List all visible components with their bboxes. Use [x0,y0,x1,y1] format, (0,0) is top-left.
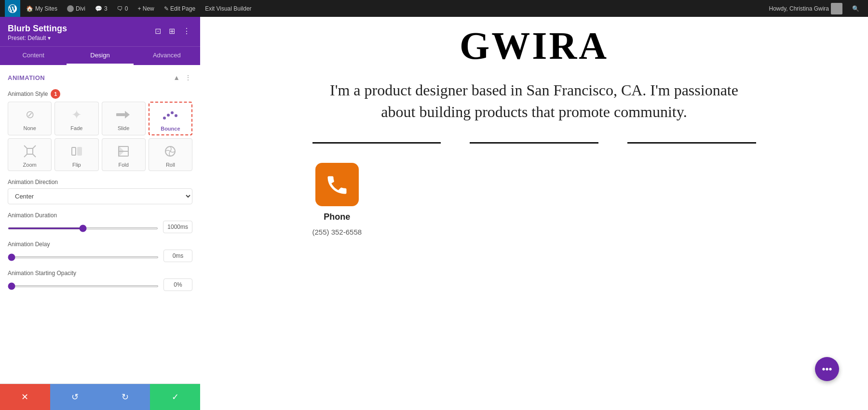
panel-tabs: Content Design Advanced [0,46,200,65]
redo-button[interactable]: ↻ [100,384,150,410]
animation-opacity-label: Animation Starting Opacity [8,270,192,277]
cancel-button[interactable]: ✕ [0,384,50,410]
style-item-bounce[interactable]: Bounce [149,102,192,135]
panel-fullscreen-button[interactable]: ⊡ [153,26,163,37]
style-item-zoom[interactable]: Zoom [8,138,52,171]
admin-bar-edit-page[interactable]: ✎ Edit Page [160,0,199,17]
animation-opacity-slider-wrap [8,280,159,289]
svg-line-9 [24,154,27,157]
tab-design[interactable]: Design [67,47,133,65]
style-item-flip[interactable]: Flip [54,138,98,171]
fade-icon: ✦ [69,107,84,122]
admin-bar-new-comment[interactable]: 🗨 0 [113,0,132,17]
divider-2 [470,142,598,144]
comments-icon: 💬 [95,5,102,12]
animation-delay-slider[interactable] [8,256,159,258]
animation-duration-field: Animation Duration 1000ms [8,212,192,233]
svg-rect-12 [78,147,81,155]
phone-subtitle: (255) 352-6558 [312,228,362,236]
save-button[interactable]: ✓ [150,384,200,410]
cancel-icon: ✕ [21,392,28,402]
fold-icon [116,144,131,159]
section-collapse-button[interactable]: ▲ [172,73,181,82]
svg-line-8 [33,145,36,148]
animation-style-grid: ⊘ None ✦ Fade Slid [8,102,192,171]
animation-direction-field: Animation Direction Center Left Right To… [8,179,192,204]
animation-delay-label: Animation Delay [8,241,192,248]
tab-advanced[interactable]: Advanced [134,47,200,65]
animation-direction-select[interactable]: Center Left Right Top Bottom [8,188,192,204]
user-avatar [831,3,842,14]
animation-duration-slider-row: 1000ms [8,221,192,233]
more-dots-icon: ••• [822,364,832,375]
panel-title: Blurb Settings [8,24,67,34]
admin-bar-user[interactable]: Howdy, Christina Gwira [765,0,846,17]
chevron-down-icon: ▾ [48,35,51,41]
undo-button[interactable]: ↺ [50,384,100,410]
animation-opacity-field: Animation Starting Opacity 0% [8,270,192,291]
panel-bottom-actions: ✕ ↺ ↻ ✓ [0,384,200,410]
animation-duration-slider[interactable] [8,227,158,229]
animation-delay-field: Animation Delay 0ms [8,241,192,262]
panel-header: Blurb Settings Preset: Default ▾ ⊡ ⊞ ⋮ [0,17,200,46]
animation-style-field: Animation Style 1 ⊘ None ✦ Fade [8,89,192,171]
animation-direction-label: Animation Direction [8,179,192,185]
svg-line-7 [24,145,27,148]
section-menu-button[interactable]: ⋮ [184,73,192,82]
admin-bar-my-sites[interactable]: 🏠 My Sites [22,0,61,17]
phone-icon-wrap [315,163,359,206]
admin-bar-comments[interactable]: 💬 3 [91,0,111,17]
svg-line-10 [33,154,36,157]
style-item-fade[interactable]: ✦ Fade [54,102,98,135]
admin-bar-new[interactable]: + New [134,0,158,17]
divider-1 [312,142,441,144]
fab-button[interactable]: ••• [815,357,839,381]
divi-icon [67,5,74,12]
panel-content: Animation ▲ ⋮ Animation Style 1 ⊘ None [0,65,200,384]
panel-preset[interactable]: Preset: Default ▾ [8,35,67,41]
blurbs-row: Phone (255) 352-6558 [293,163,775,236]
admin-bar-search[interactable]: 🔍 [848,0,863,17]
wp-admin-bar: 🏠 My Sites Divi 💬 3 🗨 0 + New ✎ Edit Pag… [0,0,868,17]
animation-section-header: Animation ▲ ⋮ [8,73,192,82]
animation-style-label: Animation Style 1 [8,89,192,99]
redo-icon: ↻ [122,392,129,402]
bio-text: I'm a product designer based in San Fran… [327,79,742,123]
svg-marker-15 [119,146,123,156]
bounce-icon [163,107,178,123]
settings-panel: Blurb Settings Preset: Default ▾ ⊡ ⊞ ⋮ C… [0,17,200,410]
home-icon: 🏠 [26,5,33,12]
svg-rect-0 [116,113,125,116]
animation-duration-value: 1000ms [163,221,192,233]
main-layout: Blurb Settings Preset: Default ▾ ⊡ ⊞ ⋮ C… [0,17,868,410]
search-icon: 🔍 [852,5,859,12]
slide-icon [116,107,131,122]
wp-logo-icon[interactable] [5,0,20,17]
animation-style-badge: 1 [51,89,60,99]
animation-opacity-slider[interactable] [8,285,159,287]
animation-opacity-value: 0% [163,278,192,291]
chat-icon: 🗨 [117,5,123,12]
animation-opacity-slider-row: 0% [8,278,192,291]
svg-rect-11 [72,147,76,155]
tab-content[interactable]: Content [0,47,67,65]
animation-delay-slider-wrap [8,251,159,260]
style-item-roll[interactable]: Roll [149,138,192,171]
section-actions: ▲ ⋮ [172,73,192,82]
phone-icon [325,172,350,197]
undo-icon: ↺ [71,392,79,402]
animation-delay-slider-row: 0ms [8,250,192,262]
roll-icon [163,144,178,159]
admin-bar-exit-visual-builder[interactable]: Exit Visual Builder [201,0,256,17]
none-icon: ⊘ [22,107,38,122]
style-item-none[interactable]: ⊘ None [8,102,52,135]
style-item-slide[interactable]: Slide [102,102,146,135]
admin-bar-divi[interactable]: Divi [63,0,89,17]
panel-columns-button[interactable]: ⊞ [167,26,177,37]
phone-title: Phone [324,212,350,222]
svg-rect-6 [27,148,33,154]
style-item-fold[interactable]: Fold [102,138,146,171]
svg-marker-1 [125,111,130,119]
panel-more-button[interactable]: ⋮ [181,26,192,37]
site-title: GWIRA [460,26,609,65]
